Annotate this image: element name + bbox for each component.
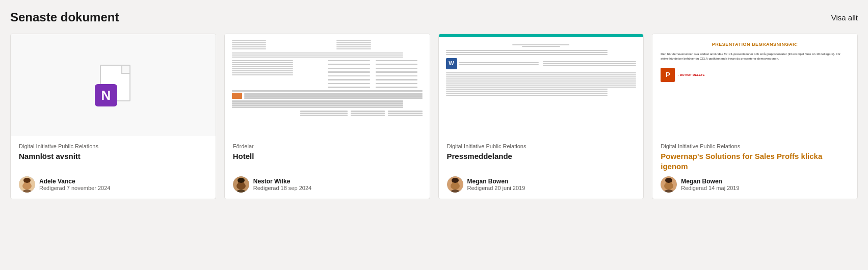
avatar	[233, 176, 249, 193]
card-user-info: Adele Vance Redigerad 7 november 2024	[39, 178, 110, 191]
card-user-name: Nestor Wilke	[253, 178, 311, 185]
card-preview-invoice	[225, 34, 430, 136]
card-footer: Adele Vance Redigerad 7 november 2024	[19, 176, 207, 193]
pr-header	[446, 44, 637, 47]
view-all-link[interactable]: Visa allt	[831, 13, 858, 22]
svg-point-3	[23, 178, 31, 183]
svg-point-13	[452, 178, 459, 183]
card-user-date: Redigerad 7 november 2024	[39, 185, 110, 191]
card-card-2[interactable]: Fördelar Hotell Nestor Wilke Redigerad 1…	[224, 34, 430, 199]
onenote-icon: N	[95, 65, 131, 105]
pressrelease-preview: W	[439, 37, 644, 136]
card-workspace: Digital Initiative Public Relations	[447, 143, 636, 149]
restriction-body: Den här demoversionen ska endast använda…	[661, 52, 849, 62]
card-user-name: Megan Bowen	[681, 178, 739, 185]
card-workspace: Digital Initiative Public Relations	[661, 143, 849, 149]
pr-section: W	[446, 58, 637, 69]
ppt-icon: P	[661, 68, 675, 82]
card-info: Digital Initiative Public Relations Namn…	[11, 136, 216, 199]
avatar	[19, 176, 35, 193]
card-title: Hotell	[233, 151, 422, 161]
card-preview-onenote: N	[11, 34, 216, 136]
card-user-info: Megan Bowen Redigerad 20 juni 2019	[467, 178, 525, 191]
avatar	[447, 176, 463, 193]
card-title: Pressmeddelande	[447, 151, 636, 161]
card-user-date: Redigerad 20 juni 2019	[467, 185, 525, 191]
card-footer: Nestor Wilke Redigerad 18 sep 2024	[233, 176, 422, 193]
card-footer: Megan Bowen Redigerad 20 juni 2019	[447, 176, 636, 193]
card-preview-restriction: PRESENTATION BEGRÄNSNINGAR: Den här demo…	[652, 34, 857, 136]
card-user-date: Redigerad 14 maj 2019	[681, 185, 739, 191]
svg-point-8	[238, 178, 245, 183]
card-info: Fördelar Hotell Nestor Wilke Redigerad 1…	[225, 136, 430, 199]
card-footer: Megan Bowen Redigerad 14 maj 2019	[661, 176, 849, 193]
card-card-4[interactable]: PRESENTATION BEGRÄNSNINGAR: Den här demo…	[652, 34, 858, 199]
ppt-label: - DO NOT DELETE	[678, 73, 704, 76]
card-user-info: Megan Bowen Redigerad 14 maj 2019	[681, 178, 739, 191]
header-row: Senaste dokument Visa allt	[10, 10, 858, 24]
card-info: Digital Initiative Public Relations Pres…	[439, 136, 644, 199]
svg-point-18	[665, 178, 672, 183]
restriction-ppt-row: P - DO NOT DELETE	[661, 68, 849, 82]
card-user-info: Nestor Wilke Redigerad 18 sep 2024	[253, 178, 311, 191]
invoice-preview	[225, 34, 430, 136]
page-container: Senaste dokument Visa allt N Digital Ini…	[10, 10, 858, 199]
card-card-3[interactable]: W Digital Initiative Public Relations Pr…	[438, 34, 644, 199]
card-title: Namnlöst avsnitt	[19, 151, 207, 161]
restriction-title: PRESENTATION BEGRÄNSNINGAR:	[661, 41, 849, 48]
cards-grid: N Digital Initiative Public Relations Na…	[10, 34, 858, 199]
card-preview-pressrelease: W	[439, 34, 644, 136]
card-workspace: Fördelar	[233, 143, 422, 149]
onenote-badge: N	[95, 84, 117, 106]
card-user-name: Adele Vance	[39, 178, 110, 185]
avatar	[661, 176, 677, 193]
restriction-card-preview: PRESENTATION BEGRÄNSNINGAR: Den här demo…	[652, 34, 857, 136]
card-user-date: Redigerad 18 sep 2024	[253, 185, 311, 191]
card-workspace: Digital Initiative Public Relations	[19, 143, 207, 149]
card-info: Digital Initiative Public Relations Powe…	[652, 136, 857, 199]
section-title: Senaste dokument	[10, 10, 119, 24]
card-card-1[interactable]: N Digital Initiative Public Relations Na…	[10, 34, 216, 199]
card-user-name: Megan Bowen	[467, 178, 525, 185]
card-title: Powernap's Solutions for Sales Proffs kl…	[661, 151, 849, 171]
word-icon: W	[446, 58, 457, 69]
